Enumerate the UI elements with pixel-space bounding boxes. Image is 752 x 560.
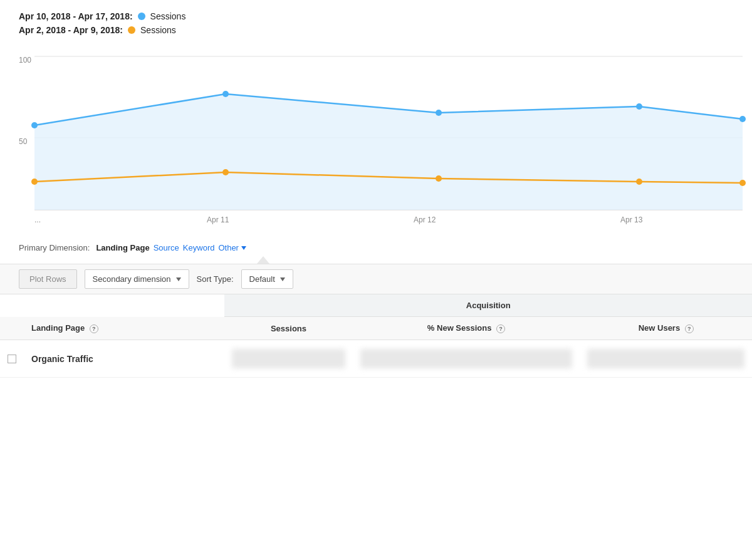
legend-dot-1 [138, 13, 145, 20]
row-checkbox-cell[interactable] [0, 340, 24, 378]
other-dropdown-arrow-icon [241, 246, 246, 250]
x-label-apr13: Apr 13 [620, 215, 643, 224]
blue-dot-5 [739, 116, 746, 122]
other-dropdown[interactable]: Other [218, 243, 246, 252]
y-label-50: 50 [19, 137, 28, 146]
orange-dot-3 [436, 175, 442, 182]
sessions-blurred [232, 349, 345, 368]
blue-dot-1 [31, 122, 38, 128]
legend: Apr 10, 2018 - Apr 17, 2018: Sessions Ap… [0, 0, 752, 44]
x-label-apr12: Apr 12 [414, 215, 436, 224]
legend-row-1: Apr 10, 2018 - Apr 17, 2018: Sessions [19, 11, 733, 21]
triangle-pointer-container [0, 256, 752, 264]
new-users-cell [580, 340, 752, 378]
pct-new-sessions-help-icon[interactable]: ? [496, 324, 505, 333]
sort-type-select[interactable]: Default [241, 269, 293, 289]
sort-type-label: Sort Type: [197, 274, 234, 284]
toolbar: Plot Rows Secondary dimension Sort Type:… [0, 264, 752, 294]
sort-dropdown-arrow-icon [280, 277, 285, 281]
source-link[interactable]: Source [154, 243, 179, 252]
line-chart: 100 50 ... Apr 11 Apr 12 Apr 13 [0, 44, 752, 232]
blue-dot-3 [436, 110, 442, 116]
pct-new-sessions-header: % New Sessions ? [353, 317, 580, 340]
new-users-help-icon[interactable]: ? [685, 324, 694, 333]
legend-date-1: Apr 10, 2018 - Apr 17, 2018: [19, 11, 133, 21]
legend-label-2: Sessions [140, 25, 176, 35]
legend-label-1: Sessions [150, 11, 186, 21]
pct-new-sessions-cell [353, 340, 580, 378]
table-row: Organic Traffic [0, 340, 752, 378]
orange-dot-5 [739, 180, 746, 186]
plot-rows-button[interactable]: Plot Rows [19, 269, 77, 289]
orange-dot-1 [31, 179, 38, 185]
primary-dimension-label: Primary Dimension: [19, 243, 90, 252]
blue-dot-2 [222, 91, 229, 97]
x-label-dots: ... [34, 215, 41, 224]
new-users-blurred [587, 349, 744, 368]
legend-row-2: Apr 2, 2018 - Apr 9, 2018: Sessions [19, 25, 733, 35]
secondary-dim-arrow-icon [176, 277, 181, 281]
checkbox-header [0, 317, 24, 340]
other-link-label: Other [218, 243, 239, 252]
orange-dot-2 [222, 169, 229, 175]
legend-dot-2 [128, 26, 135, 34]
triangle-pointer-icon [257, 256, 269, 264]
new-users-header: New Users ? [580, 317, 752, 340]
svg-marker-3 [34, 94, 743, 210]
sessions-cell [224, 340, 352, 378]
sessions-header: Sessions [224, 317, 352, 340]
legend-date-2: Apr 2, 2018 - Apr 9, 2018: [19, 25, 123, 35]
secondary-dimension-label: Secondary dimension [93, 274, 171, 284]
primary-dimension-bar: Primary Dimension: Landing Page Source K… [0, 232, 752, 255]
y-label-100: 100 [19, 56, 31, 65]
secondary-dimension-select[interactable]: Secondary dimension [85, 269, 189, 289]
sort-type-value: Default [249, 274, 275, 284]
acquisition-header: Acquisition [224, 294, 752, 317]
pct-new-sessions-blurred [360, 349, 573, 368]
row-checkbox[interactable] [8, 355, 16, 363]
data-table: Acquisition Landing Page ? Sessions % Ne… [0, 294, 752, 378]
primary-dimension-active: Landing Page [96, 243, 149, 252]
keyword-link[interactable]: Keyword [183, 243, 215, 252]
blue-dot-4 [636, 103, 642, 110]
landing-page-help-icon[interactable]: ? [90, 324, 98, 333]
orange-dot-4 [636, 179, 642, 185]
x-label-apr11: Apr 11 [207, 215, 229, 224]
landing-page-header: Landing Page ? [24, 317, 224, 340]
landing-page-cell: Organic Traffic [24, 340, 224, 378]
